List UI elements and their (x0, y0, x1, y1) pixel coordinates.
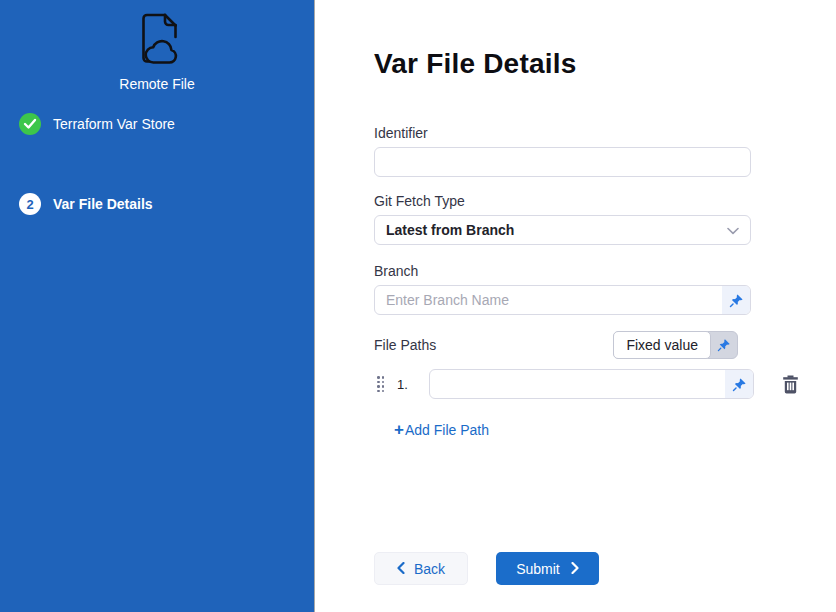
delete-file-path-trash-icon[interactable] (782, 375, 799, 394)
remote-file-cloud-icon (134, 12, 180, 70)
wizard-sidebar: Remote File Terraform Var Store 2 Var Fi… (0, 0, 315, 612)
wizard-steps: Terraform Var Store 2 Var File Details (0, 113, 314, 215)
var-file-details-panel: Var File Details Identifier Git Fetch Ty… (315, 0, 836, 612)
add-file-path-button[interactable]: + Add File Path (394, 422, 489, 438)
wizard-footer: Back Submit (374, 552, 599, 585)
back-button-label: Back (414, 561, 445, 577)
git-fetch-type-field: Git Fetch Type Latest from Branch (374, 193, 751, 245)
chevron-left-icon (397, 561, 405, 577)
add-file-path-label: Add File Path (405, 422, 489, 438)
identifier-field: Identifier (374, 125, 751, 177)
identifier-label: Identifier (374, 125, 751, 141)
input-type-value: Fixed value (613, 331, 711, 359)
file-paths-label: File Paths (374, 337, 436, 353)
input-type-selector-button[interactable]: Fixed value (613, 331, 738, 359)
git-fetch-type-label: Git Fetch Type (374, 193, 751, 209)
git-fetch-type-value: Latest from Branch (386, 222, 514, 238)
chevron-down-icon (727, 222, 739, 238)
submit-button-label: Submit (516, 561, 560, 577)
file-path-row-index: 1. (397, 377, 409, 392)
branch-field: Branch (374, 263, 751, 315)
page-title: Var File Details (374, 48, 836, 80)
branch-label: Branch (374, 263, 751, 279)
step-var-file-details[interactable]: 2 Var File Details (0, 193, 314, 215)
step-label: Terraform Var Store (53, 116, 175, 132)
step-label: Var File Details (53, 196, 153, 212)
file-path-runtime-pin-icon[interactable] (725, 370, 753, 398)
step-terraform-var-store[interactable]: Terraform Var Store (0, 113, 314, 135)
chevron-right-icon (571, 561, 579, 577)
back-button[interactable]: Back (374, 552, 468, 585)
identifier-input[interactable] (374, 147, 751, 177)
drag-handle-icon[interactable] (377, 376, 384, 392)
file-path-input[interactable] (429, 369, 754, 399)
step-number-badge: 2 (19, 193, 41, 215)
wizard-header: Remote File (0, 0, 314, 92)
remote-file-wizard: Remote File Terraform Var Store 2 Var Fi… (0, 0, 836, 612)
input-type-pin-icon (710, 332, 737, 358)
file-path-row: 1. (374, 369, 836, 399)
submit-button[interactable]: Submit (496, 552, 599, 585)
wizard-title: Remote File (0, 76, 314, 92)
branch-runtime-pin-icon[interactable] (722, 286, 750, 314)
plus-icon: + (394, 423, 404, 437)
git-fetch-type-select[interactable]: Latest from Branch (374, 215, 751, 245)
step-completed-check-icon (19, 113, 41, 135)
branch-input[interactable] (374, 285, 751, 315)
file-paths-header: File Paths Fixed value (374, 331, 751, 359)
